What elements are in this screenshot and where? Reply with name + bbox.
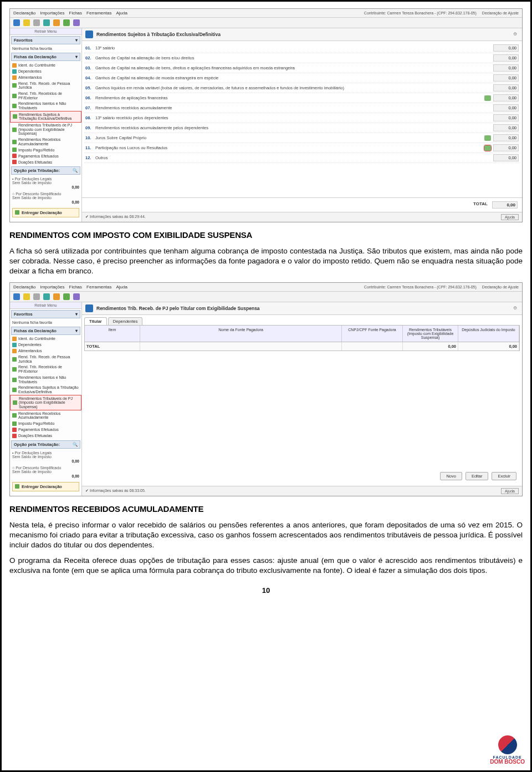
favoritos-header[interactable]: Favoritos▾ (11, 310, 80, 318)
sidebar-item[interactable]: Rendimentos Sujeitos à Tributação Exclus… (10, 111, 81, 122)
menu-declaracao[interactable]: Declaração (13, 11, 35, 16)
favoritos-header[interactable]: Favoritos▾ (11, 36, 80, 44)
sidebar-item[interactable]: Alimentandos (10, 74, 81, 80)
fichas-header[interactable]: Fichas da Declaração▾ (11, 327, 80, 335)
sidebar-item[interactable]: Rendimentos Sujeitos à Tributação Exclus… (10, 385, 81, 395)
tax-option-simplificado[interactable]: ○ Por Desconto Simplificado Sem Saldo de… (10, 465, 81, 480)
editar-button[interactable]: Editar (466, 472, 489, 480)
tb-refresh-icon[interactable] (43, 19, 50, 26)
retrair-menu-button[interactable]: Retrair Menu (10, 28, 81, 35)
tb-new-icon[interactable] (13, 293, 20, 300)
sidebar-item[interactable]: Rend. Trib. Receb. de Pessoa Jurídica (10, 80, 81, 90)
tb-open-icon[interactable] (23, 293, 30, 300)
sidebar-item[interactable]: Rendimentos Tributáveis de PJ (Imposto c… (10, 395, 81, 410)
th-item[interactable]: Item (85, 326, 140, 342)
sidebar-item[interactable]: Rendimentos Tributáveis de PJ (Imposto c… (10, 123, 81, 137)
opcao-tributacao-header[interactable]: Opção pela Tributação:🔍 (11, 166, 80, 175)
row-value[interactable]: 0,00 (493, 104, 519, 111)
novo-button[interactable]: Novo (440, 472, 462, 480)
rendimento-row: 01.13º salário0,00 (84, 43, 520, 53)
sidebar-item[interactable]: Pagamentos Efetuados (10, 153, 81, 159)
excluir-button[interactable]: Excluir (492, 472, 516, 480)
tb-delete-icon[interactable] (33, 19, 40, 26)
money-icon[interactable] (484, 95, 491, 101)
row-value[interactable]: 0,00 (493, 134, 519, 141)
money-icon[interactable] (484, 145, 491, 151)
tb-open-icon[interactable] (23, 19, 30, 26)
nenhuma-favortia: Nenhuma ficha favorita (10, 45, 81, 52)
sidebar-item-label: Dependentes (18, 343, 42, 347)
sidebar-item[interactable]: Imposto Pago/Retido (10, 421, 81, 427)
tb-print-icon[interactable] (53, 293, 60, 300)
sidebar-item[interactable]: Rendimentos Recebidos Acumuladamente (10, 137, 81, 147)
tb-delete-icon[interactable] (33, 293, 40, 300)
menu-ferramentas[interactable]: Ferramentas (86, 285, 111, 290)
th-fonte[interactable]: Nome da Fonte Pagadora (140, 326, 342, 342)
sidebar-item[interactable]: Dependentes (10, 68, 81, 74)
menu-importacoes[interactable]: Importações (40, 285, 64, 290)
gear-icon[interactable]: ⚙ (513, 32, 519, 37)
sidebar-item[interactable]: Rend. Trib. Recebidos de PF/Exterior (10, 364, 81, 374)
row-value[interactable]: 0,00 (493, 64, 519, 72)
row-value[interactable]: 0,00 (493, 124, 519, 131)
row-value[interactable]: 0,00 (493, 154, 519, 161)
sidebar-item[interactable]: Dependentes (10, 342, 81, 348)
tab-titular[interactable]: Titular (84, 317, 107, 325)
th-rend[interactable]: Rendimentos Tributáveis (Imposto com Exi… (403, 326, 458, 342)
tax-option-deducoes[interactable]: • Por Deduções Legais Sem Saldo de Impos… (10, 176, 81, 191)
sidebar-item[interactable]: Doações Efetuadas (10, 159, 81, 165)
table-total-row: TOTAL 0,00 0,00 (84, 342, 520, 351)
tb-print-icon[interactable] (53, 19, 60, 26)
tab-dependentes[interactable]: Dependentes (108, 317, 143, 325)
sidebar-item[interactable]: Rendimentos Isentos e Não Tributáveis (10, 101, 81, 111)
sidebar-item[interactable]: Rendimentos Recebidos Acumuladamente (10, 410, 81, 420)
sidebar-item[interactable]: Imposto Pago/Retido (10, 147, 81, 153)
menu-fichas[interactable]: Fichas (69, 285, 83, 290)
ajuda-button[interactable]: Ajuda (501, 488, 519, 494)
entregar-declaracao-button[interactable]: Entregar Declaração (12, 482, 79, 491)
gear-icon[interactable]: ⚙ (513, 306, 519, 311)
tb-save-icon[interactable] (73, 293, 80, 300)
tb-save-icon[interactable] (73, 19, 80, 26)
sidebar-item[interactable]: Rendimentos Isentos e Não Tributáveis (10, 374, 81, 384)
menu-fichas[interactable]: Fichas (69, 11, 83, 16)
tb-check-icon[interactable] (63, 19, 70, 26)
money-icon[interactable] (484, 135, 491, 141)
ajuda-button[interactable]: Ajuda (501, 214, 519, 220)
th-depositos[interactable]: Depósitos Judiciais do Imposto (458, 326, 519, 342)
row-value[interactable]: 0,00 (493, 44, 519, 52)
sidebar-item-icon (12, 337, 17, 341)
row-value[interactable]: 0,00 (493, 94, 519, 101)
row-value[interactable]: 0,00 (493, 114, 519, 121)
tb-new-icon[interactable] (13, 19, 20, 26)
menu-importacoes[interactable]: Importações (40, 11, 64, 16)
opcao-tributacao-header[interactable]: Opção pela Tributação:🔍 (11, 440, 80, 449)
menu-declaracao[interactable]: Declaração (13, 285, 35, 290)
row-label: Ganhos de Capital na alienação de bens, … (95, 65, 493, 70)
sidebar-item-label: Rend. Trib. Receb. de Pessoa Jurídica (18, 82, 79, 90)
sidebar-item[interactable]: Ident. do Contribuinte (10, 62, 81, 68)
tb-refresh-icon[interactable] (43, 293, 50, 300)
th-cnpj[interactable]: CNPJ/CPF Fonte Pagadora (342, 326, 403, 342)
sidebar-item[interactable]: Rend. Trib. Receb. de Pessoa Jurídica (10, 354, 81, 364)
entregar-declaracao-button[interactable]: Entregar Declaração (12, 208, 79, 217)
tb-check-icon[interactable] (63, 293, 70, 300)
row-value[interactable]: 0,00 (493, 54, 519, 62)
sidebar-item[interactable]: Rend. Trib. Recebidos de PF/Exterior (10, 90, 81, 100)
sidebar-item[interactable]: Ident. do Contribuinte (10, 336, 81, 342)
sidebar-item[interactable]: Alimentandos (10, 348, 81, 354)
tax-option-simplificado[interactable]: ○ Por Desconto Simplificado Sem Saldo de… (10, 191, 81, 206)
row-value[interactable]: 0,00 (493, 144, 519, 151)
row-value[interactable]: 0,00 (493, 84, 519, 92)
sidebar-item[interactable]: Pagamentos Efetuados (10, 427, 81, 433)
menu-ajuda[interactable]: Ajuda (116, 11, 127, 16)
retrair-menu-button[interactable]: Retrair Menu (10, 302, 81, 309)
menu-ferramentas[interactable]: Ferramentas (86, 11, 111, 16)
fichas-header[interactable]: Fichas da Declaração▾ (11, 53, 80, 61)
sidebar-item-label: Imposto Pago/Retido (18, 421, 54, 426)
row-value[interactable]: 0,00 (493, 74, 519, 82)
row-number: 11. (85, 145, 95, 150)
sidebar-item[interactable]: Doações Efetuadas (10, 433, 81, 439)
tax-option-deducoes[interactable]: • Por Deduções Legais Sem Saldo de Impos… (10, 450, 81, 465)
menu-ajuda[interactable]: Ajuda (116, 285, 127, 290)
